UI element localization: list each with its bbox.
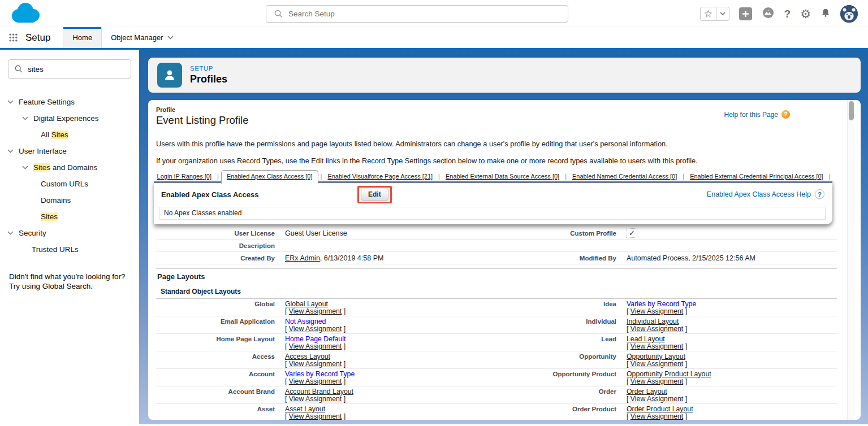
highlight-box: Edit [357, 186, 392, 203]
sidebar-item-sites[interactable]: Sites [0, 208, 139, 225]
table-row: Access Access Layout [ View Assignment ]… [156, 351, 837, 369]
favorite-star-icon[interactable] [701, 7, 716, 20]
page-header-card: SETUP Profiles [148, 58, 861, 93]
view-assignment-link[interactable]: View Assignment [289, 360, 342, 368]
section-title: Page Layouts [156, 268, 837, 284]
search-icon [274, 10, 283, 18]
user-avatar[interactable] [840, 5, 858, 23]
subsection-title: Standard Object Layouts [156, 284, 837, 299]
view-assignment-link[interactable]: View Assignment [289, 342, 342, 350]
layout-link[interactable]: Account Brand Layout [285, 388, 353, 395]
search-icon [15, 65, 23, 73]
setup-gear-icon[interactable]: ⚙ [800, 8, 811, 20]
layout-link[interactable]: Varies by Record Type [627, 300, 696, 308]
profile-intro-1: Users with this profile have the permiss… [156, 140, 776, 148]
setup-sidebar: Feature Settings Digital Experiences All… [0, 50, 139, 424]
scrollbar-thumb[interactable] [849, 101, 854, 120]
page-title: Profiles [190, 73, 227, 85]
apex-help-icon[interactable]: ? [815, 189, 824, 199]
sidebar-item-domains[interactable]: Domains [0, 192, 139, 208]
sidebar-item-trusted-urls[interactable]: Trusted URLs [0, 241, 139, 258]
profile-section-links: Login IP Ranges [0] | Enabled Apex Class… [154, 170, 832, 182]
layout-link[interactable]: Order Product Layout [627, 405, 693, 413]
global-search[interactable] [266, 5, 568, 23]
layout-link[interactable]: Home Page Default [285, 335, 346, 343]
link-login-ip-ranges[interactable]: Login IP Ranges [0] [154, 171, 215, 182]
favorites-button-group[interactable] [700, 7, 729, 21]
layout-link[interactable]: Order Layout [627, 388, 667, 395]
view-assignment-link[interactable]: View Assignment [631, 307, 683, 315]
sidebar-item-digital-experiences[interactable]: Digital Experiences [0, 110, 139, 127]
view-assignment-link[interactable]: View Assignment [289, 325, 342, 333]
tab-home[interactable]: Home [63, 27, 102, 48]
view-assignment-link[interactable]: View Assignment [631, 360, 683, 368]
view-assignment-link[interactable]: View Assignment [631, 325, 683, 333]
view-assignment-link[interactable]: View Assignment [631, 412, 683, 420]
chevron-down-icon[interactable] [7, 149, 14, 153]
sidebar-item-feature-settings[interactable]: Feature Settings [0, 94, 139, 110]
chevron-down-icon[interactable] [7, 100, 14, 104]
sidebar-item-security[interactable]: Security [0, 225, 139, 241]
layout-link[interactable]: Varies by Record Type [285, 370, 355, 378]
link-enabled-external-credential-principal-access[interactable]: Enabled External Credential Principal Ac… [686, 171, 826, 182]
table-row: Email Application Not Assigned [ View As… [156, 316, 837, 334]
created-by-user-link[interactable]: ERx Admin [285, 254, 320, 262]
layout-link[interactable]: Access Layout [285, 353, 330, 360]
sidebar-quick-find-input[interactable] [28, 65, 131, 73]
sidebar-item-user-interface[interactable]: User Interface [0, 143, 139, 159]
view-assignment-link[interactable]: View Assignment [289, 307, 342, 315]
edit-button[interactable]: Edit [361, 189, 388, 201]
view-assignment-link[interactable]: View Assignment [631, 377, 683, 385]
chevron-down-icon[interactable] [22, 116, 28, 120]
help-icon[interactable]: ? [784, 8, 791, 19]
link-enabled-external-data-source-access[interactable]: Enabled External Data Source Access [0] [442, 171, 563, 182]
link-enabled-named-credential-access[interactable]: Enabled Named Credential Access [0] [569, 171, 680, 182]
guidance-center-icon[interactable] [762, 6, 775, 21]
table-row: Created By ERx Admin, 6/13/2019 4:58 PM … [156, 252, 837, 264]
profile-content-card: Profile Event Listing Profile Help for t… [148, 100, 861, 420]
help-page-icon[interactable]: ? [781, 110, 790, 119]
layout-link[interactable]: Lead Layout [627, 335, 665, 343]
enabled-apex-class-access-panel: Enabled Apex Class Access Edit Enabled A… [154, 181, 832, 224]
link-enabled-visualforce-page-access[interactable]: Enabled Visualforce Page Access [21] [324, 171, 436, 182]
app-launcher-icon[interactable] [9, 27, 18, 48]
sidebar-quick-find[interactable] [8, 59, 131, 79]
view-assignment-link[interactable]: View Assignment [631, 395, 683, 403]
setup-nav-bar: Setup Home Object Manager [0, 27, 868, 50]
view-assignment-link[interactable]: View Assignment [631, 342, 683, 350]
custom-profile-checkmark: ✓ [627, 228, 637, 238]
content-scrollbar[interactable] [847, 100, 855, 420]
layout-link[interactable]: Global Layout [285, 300, 328, 308]
salesforce-logo-icon [8, 2, 42, 25]
page-layouts-section: Page Layouts Standard Object Layouts Glo… [156, 268, 837, 420]
apex-empty-message: No Apex Classes enabled [159, 207, 826, 220]
layout-link[interactable]: Asset Layout [285, 405, 325, 413]
apex-panel-title: Enabled Apex Class Access [161, 190, 258, 199]
table-row: Home Page Layout Home Page Default [ Vie… [156, 334, 837, 351]
view-assignment-link[interactable]: View Assignment [289, 395, 342, 403]
help-for-this-page-link[interactable]: Help for this Page [724, 111, 778, 119]
view-assignment-link[interactable]: View Assignment [289, 377, 342, 385]
tab-object-manager[interactable]: Object Manager [102, 27, 183, 48]
layout-link[interactable]: Individual Layout [627, 318, 679, 325]
global-search-input[interactable] [288, 10, 568, 18]
favorites-dropdown-icon[interactable] [716, 7, 729, 20]
sidebar-item-custom-urls[interactable]: Custom URLs [0, 176, 139, 192]
chevron-down-icon[interactable] [22, 166, 28, 169]
table-row: Description [156, 240, 837, 252]
entity-label: Profile [156, 106, 249, 113]
view-assignment-link[interactable]: View Assignment [289, 412, 342, 420]
apex-access-help-link[interactable]: Enabled Apex Class Access Help [707, 190, 811, 198]
layout-link[interactable]: Not Assigned [285, 318, 326, 325]
table-row: Global Global Layout [ View Assignment ]… [156, 299, 837, 316]
notifications-bell-icon[interactable] [821, 7, 831, 20]
sidebar-item-sites-and-domains[interactable]: Sites and Domains [0, 159, 139, 176]
chevron-down-icon[interactable] [7, 231, 14, 235]
layout-link[interactable]: Opportunity Layout [627, 353, 685, 360]
chevron-down-icon [167, 36, 174, 40]
link-enabled-apex-class-access[interactable]: Enabled Apex Class Access [0] [221, 170, 318, 184]
layout-link[interactable]: Opportunity Product Layout [627, 370, 711, 378]
sidebar-item-all-sites[interactable]: All Sites [0, 127, 139, 143]
profile-intro-2: If your organization uses Record Types, … [156, 157, 776, 165]
quick-create-icon[interactable] [739, 7, 752, 20]
